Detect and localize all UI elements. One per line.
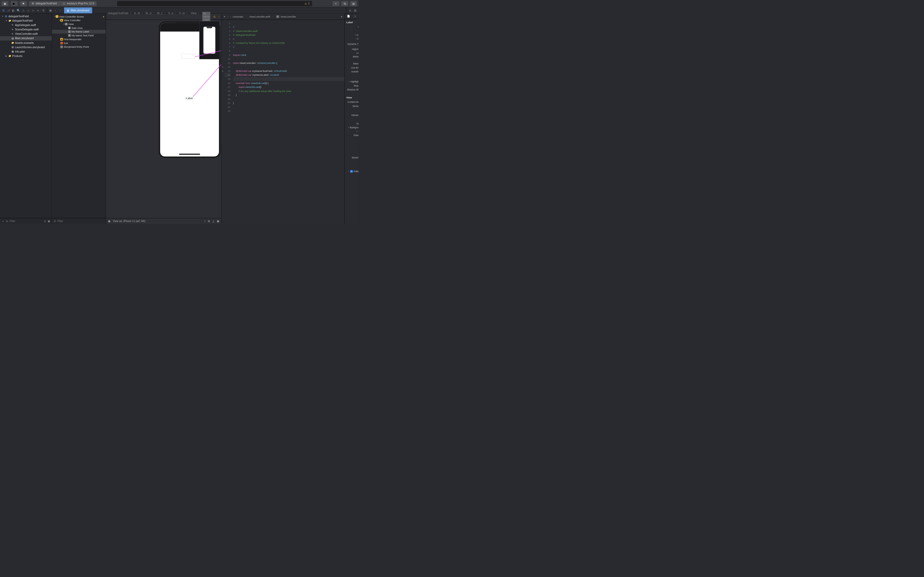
code-review-button[interactable]: ⇆	[341, 1, 348, 6]
textfield-on-canvas[interactable]	[181, 54, 195, 59]
label-row[interactable]: LMy Name Label	[52, 30, 106, 34]
scheme-name: delegateTextField	[36, 2, 57, 5]
pin-icon[interactable]: ⊞	[208, 219, 210, 222]
activity-status: ⚠ 1	[117, 1, 312, 6]
add-button[interactable]: ＋	[2, 219, 4, 223]
file-inspector-icon[interactable]: 📄	[347, 15, 351, 18]
home-indicator	[179, 154, 200, 155]
swift-file-icon: ✎	[11, 28, 14, 31]
issue-navigator-icon[interactable]: ⚠	[22, 9, 25, 12]
library-button[interactable]: ＋	[333, 1, 339, 6]
safearea-icon: ▣	[68, 27, 71, 29]
plist-file-icon: ▦	[11, 50, 14, 53]
align-icon[interactable]: ⟟	[204, 219, 205, 222]
breadcrumb-leaf[interactable]: ViewController	[281, 15, 296, 18]
code-editor[interactable]: ◉ ◉ 123456789101112131415161718192021222…	[222, 20, 344, 224]
tab-main-storyboard[interactable]: ▤ Main.storyboard	[64, 8, 92, 13]
sidebar-toggle-button[interactable]: ▣	[2, 1, 8, 6]
exit-row[interactable]: →Exit	[52, 41, 106, 45]
view-as-label[interactable]: View as: iPhone 11 (wC hR)	[113, 219, 145, 222]
file-viewcontroller[interactable]: ✎ViewController.swift	[0, 32, 52, 36]
canvas-minimap[interactable]	[199, 21, 220, 59]
minimap-icon[interactable]: ◎	[349, 9, 352, 12]
safearea-row[interactable]: ▣Safe Area	[52, 26, 106, 30]
forward-button[interactable]: ›	[59, 9, 62, 12]
file-appdelegate[interactable]: ✎AppDelegate.swift	[0, 23, 52, 27]
forward-icon[interactable]: ›	[230, 15, 231, 18]
view-row[interactable]: ▼▢View	[52, 22, 106, 26]
stop-button[interactable]: ■	[20, 1, 27, 6]
outline-footer: ⊙	[52, 218, 106, 224]
project-icon: ▧	[5, 15, 8, 18]
canvas-footer: ▣ View as: iPhone 11 (wC hR) ⟟ ⊞ △ ▣	[106, 218, 221, 224]
debug-navigator-icon[interactable]: ▷	[32, 9, 35, 12]
file-scenedelegate[interactable]: ✎SceneDelegate.swift	[0, 27, 52, 32]
storyboard-file-icon: ▤	[11, 37, 14, 40]
scheme-selector[interactable]: ⚙︎ delegateTextField 〉 ▢ mickey's iPad P…	[29, 1, 97, 6]
ib-canvas: delegateTextField〉 d...ld〉 M...d〉 M...)〉…	[106, 14, 221, 224]
folder-delegate[interactable]: ▼📁 delegateTextField	[0, 19, 52, 23]
document-outline: ▼▢View Controller Scene● ▼◉View Controll…	[52, 14, 106, 224]
exit-icon: →	[60, 42, 63, 44]
source-control-icon[interactable]: ⎇	[7, 9, 10, 12]
project-root[interactable]: ▼▧ delegateTextField	[0, 14, 52, 19]
vc-row[interactable]: ▼◉View Controller	[52, 18, 106, 22]
find-navigator-icon[interactable]: 🔍	[17, 9, 20, 12]
close-editor-button[interactable]: ✕	[223, 15, 226, 18]
editor-breadcrumb: ✕ ‹ › Automatic〉 ViewController.swift〉 C…	[222, 14, 344, 20]
forward-icon[interactable]: ›	[218, 15, 220, 18]
report-navigator-icon[interactable]: ☰	[42, 9, 45, 12]
vc-icon: ◉	[60, 19, 63, 22]
inspector-toggle-button[interactable]: ▥	[350, 1, 357, 6]
label-icon: L	[68, 31, 71, 33]
swift-file-icon: ✎	[11, 24, 14, 27]
editor-options-icon[interactable]: ≡	[341, 15, 342, 18]
adjust-editor-icon[interactable]: ▥	[354, 9, 357, 12]
scene-row[interactable]: ▼▢View Controller Scene●	[52, 15, 106, 19]
first-responder-row[interactable]: ▣First Responder	[52, 37, 106, 41]
breakpoint-navigator-icon[interactable]: ▸	[37, 9, 40, 12]
tab-label: Main.storyboard	[71, 9, 89, 12]
run-button[interactable]: ▶	[11, 1, 18, 6]
outlet-marker[interactable]: ◉	[222, 65, 225, 69]
related-items-icon[interactable]: ▦	[49, 9, 52, 12]
symbol-navigator-icon[interactable]: ◧	[12, 9, 15, 12]
history-inspector-icon[interactable]: ◷	[353, 15, 357, 18]
breadcrumb-item[interactable]: Automatic	[233, 15, 243, 18]
resolve-icon[interactable]: △	[212, 219, 215, 222]
scm-filter-icon[interactable]: ⊙	[6, 219, 8, 222]
outlet-marker[interactable]: ◉	[222, 69, 225, 73]
device-name: mickey's iPad Pro 12.9	[67, 2, 94, 5]
folder-icon: 📁	[8, 55, 11, 58]
filter-input[interactable]	[10, 219, 42, 222]
section-view: View	[346, 95, 359, 100]
entry-icon: →	[60, 45, 63, 48]
embed-icon[interactable]: ▣	[217, 219, 220, 222]
label-on-canvas[interactable]: Label	[186, 97, 192, 100]
section-label: Label	[346, 20, 359, 25]
folder-products[interactable]: ▶📁 Products	[0, 54, 52, 58]
file-main-storyboard[interactable]: ▤Main.storyboard	[0, 36, 52, 40]
test-navigator-icon[interactable]: ◇	[27, 9, 30, 12]
outline-filter-input[interactable]	[58, 219, 104, 222]
breadcrumb-item[interactable]: ViewController.swift	[249, 15, 270, 18]
folder-icon: 📁	[8, 19, 11, 22]
scope-filter-icon[interactable]: ▣	[48, 219, 50, 222]
back-button[interactable]: ‹	[54, 9, 57, 12]
toolbar: ▣ ▶ ■ ⚙︎ delegateTextField 〉 ▢ mickey's …	[0, 0, 359, 8]
scene-icon: ▢	[56, 15, 58, 18]
back-icon[interactable]: ‹	[228, 15, 228, 18]
canvas-body[interactable]: Label	[106, 20, 221, 218]
file-launchscreen[interactable]: ▤LaunchScreen.storyboard	[0, 45, 52, 50]
project-navigator-icon[interactable]: ☰	[2, 9, 5, 12]
entry-row[interactable]: →Storyboard Entry Point	[52, 45, 106, 49]
file-infoplist[interactable]: ▦Info.plist	[0, 50, 52, 54]
recent-filter-icon[interactable]: ◷	[44, 219, 46, 222]
warning-icon[interactable]: ⚠	[213, 15, 216, 18]
file-assets[interactable]: 📁Assets.xcassets	[0, 41, 52, 45]
installed-checkbox[interactable]: ✓	[350, 170, 353, 172]
toggle-outline-icon[interactable]: ▣	[108, 219, 111, 222]
textfield-row[interactable]: FMy Name Text Field	[52, 34, 106, 37]
filter-icon[interactable]: ⊙	[53, 219, 56, 223]
assets-icon: 📁	[11, 42, 14, 44]
